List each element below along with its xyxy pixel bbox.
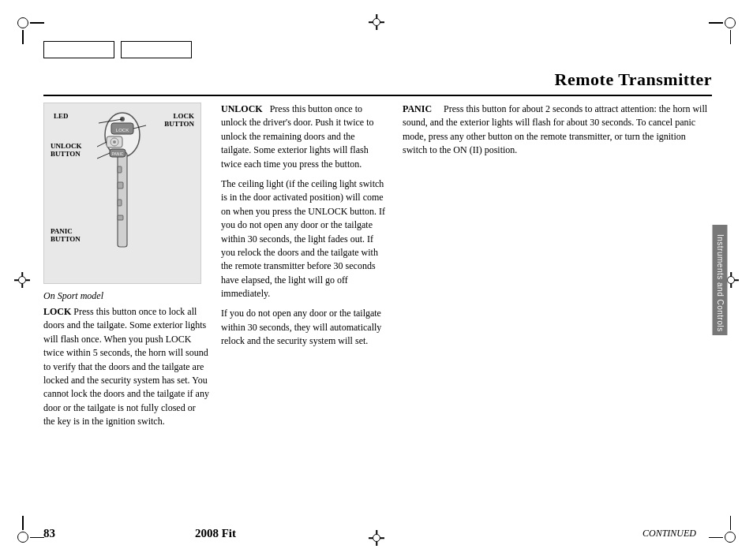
svg-text:LOCK: LOCK (116, 128, 129, 133)
key-diagram: LED LOCKBUTTON UNLOCKBUTTON PANICBUTTON (43, 103, 201, 284)
tab-1 (43, 41, 114, 58)
unlock-para3: If you do not open any door or the tailg… (221, 307, 387, 348)
content-area: LED LOCKBUTTON UNLOCKBUTTON PANICBUTTON (43, 103, 712, 505)
title-divider (43, 95, 712, 96)
unlock-heading: UNLOCK (221, 103, 263, 114)
page-number: 83 (43, 527, 55, 540)
unlock-para1: UNLOCK Press this button once to unlock … (221, 103, 387, 171)
bottom-bar: 83 2008 Fit CONTINUED (43, 527, 712, 540)
panic-section: PANIC Press this button for about 2 seco… (403, 103, 712, 158)
lock-button-label: LOCKBUTTON (164, 113, 194, 129)
unlock-button-label: UNLOCKBUTTON (51, 143, 82, 159)
svg-line-17 (97, 153, 110, 159)
svg-point-11 (113, 140, 116, 144)
panic-text: Press this button for about 2 seconds to… (403, 103, 707, 155)
car-model: 2008 Fit (55, 527, 376, 540)
svg-text:PANIC: PANIC (112, 151, 124, 156)
left-column: LED LOCKBUTTON UNLOCKBUTTON PANICBUTTON (43, 103, 209, 505)
side-tab-label: Instruments and Controls (716, 234, 725, 332)
corner-mark-bl (17, 525, 35, 543)
model-label: On Sport model (43, 290, 209, 302)
lock-heading: LOCK (43, 306, 71, 317)
crosshair-left (14, 272, 30, 288)
right-column: PANIC Press this button for about 2 seco… (395, 103, 712, 505)
corner-mark-br (718, 525, 736, 543)
continued-text: CONTINUED (376, 528, 712, 539)
lock-text: Press this button once to lock all doors… (43, 306, 209, 427)
panic-spacer (434, 103, 444, 114)
corner-mark-tr (718, 17, 736, 35)
tab-2 (121, 41, 192, 58)
panic-button-label: PANICBUTTON (51, 228, 81, 244)
panic-heading: PANIC (403, 103, 432, 114)
svg-rect-4 (118, 200, 122, 206)
crosshair-top (369, 14, 384, 30)
svg-rect-5 (118, 215, 123, 220)
corner-mark-tl (17, 17, 35, 35)
side-tab: Instruments and Controls (713, 225, 728, 335)
tabs-row (43, 41, 192, 58)
svg-rect-2 (118, 166, 122, 173)
unlock-intro-text: Press this button once (270, 103, 353, 114)
middle-column: UNLOCK Press this button once to unlock … (209, 103, 395, 505)
unlock-para2: The ceiling light (if the ceiling light … (221, 177, 387, 301)
page-title: Remote Transmitter (555, 69, 712, 90)
svg-rect-3 (118, 182, 123, 189)
svg-line-16 (97, 142, 107, 147)
page: Remote Transmitter LED LOCKBUTTON UNLOCK… (0, 0, 753, 560)
led-label: LED (54, 113, 69, 121)
lock-section: LOCK Press this button once to lock all … (43, 305, 209, 429)
key-illustration: LOCK PANIC (83, 111, 162, 277)
